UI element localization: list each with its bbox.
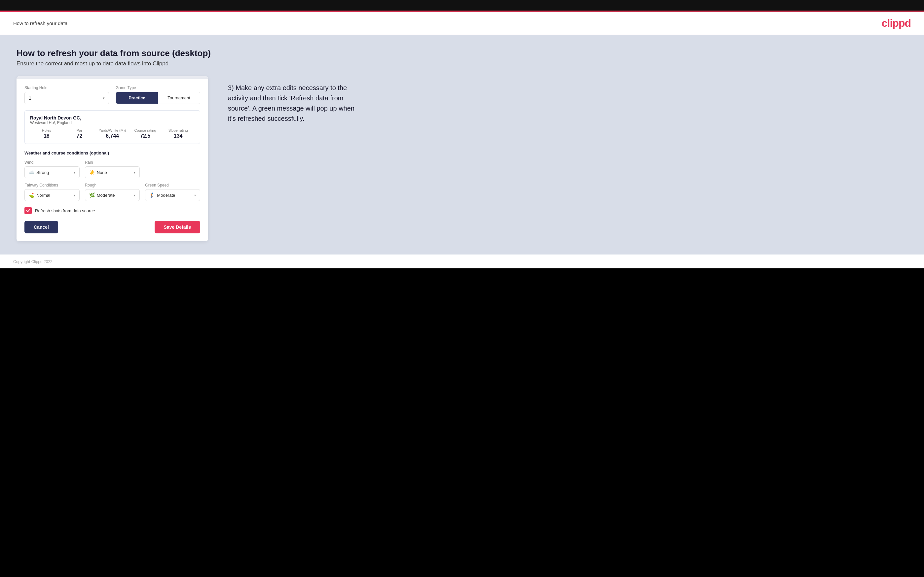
par-value: 72 [76,133,82,139]
fairway-value: Normal [36,193,50,198]
starting-hole-field: Starting Hole 1 ▾ [24,85,109,104]
logo: clippd [882,17,911,29]
practice-button[interactable]: Practice [116,92,158,104]
description-text: 3) Make any extra edits necessary to the… [228,83,360,124]
green-speed-field: Green Speed 🏌 Moderate ▾ [145,183,200,201]
tournament-button[interactable]: Tournament [158,92,200,104]
wind-rain-row: Wind ☁️ Strong ▾ Rain [24,160,200,178]
checkmark-icon [26,209,31,212]
fairway-select[interactable]: ⛳ Normal ▾ [24,189,80,201]
conditions-row2: Fairway Conditions ⛳ Normal ▾ Rough [24,183,200,201]
rough-label: Rough [85,183,140,187]
action-buttons: Cancel Save Details [24,221,200,234]
fairway-icon: ⛳ [29,192,34,198]
holes-label: Holes [30,128,63,132]
fairway-label: Fairway Conditions [24,183,80,187]
conditions-title: Weather and course conditions (optional) [24,150,200,155]
top-fields-row: Starting Hole 1 ▾ Game Type Practice Tou… [24,85,200,104]
yards-stat: Yards/White (M)) 6,744 [96,128,129,139]
page-subheading: Ensure the correct and most up to date d… [16,60,908,67]
chevron-down-icon: ▾ [134,193,136,197]
course-rating-label: Course rating [129,128,162,132]
footer-text: Copyright Clippd 2022 [13,259,53,264]
holes-value: 18 [44,133,50,139]
refresh-checkbox[interactable] [24,207,32,214]
chevron-down-icon: ▾ [134,171,136,174]
wind-value: Strong [36,170,49,175]
slope-rating-stat: Slope rating 134 [162,128,195,139]
wind-label: Wind [24,160,80,165]
cancel-button[interactable]: Cancel [24,221,58,234]
holes-stat: Holes 18 [30,128,63,139]
top-bar [0,0,924,12]
green-speed-select[interactable]: 🏌 Moderate ▾ [145,189,200,201]
course-info: Royal North Devon GC, Westward Ho!, Engl… [24,110,200,144]
course-stats: Holes 18 Par 72 Yards/White (M)) 6,744 [30,128,195,139]
description-panel: 3) Make any extra edits necessary to the… [228,76,360,124]
rain-select[interactable]: ☀️ None ▾ [85,166,140,178]
slope-rating-value: 134 [174,133,183,139]
wind-icon: ☁️ [29,170,34,175]
rain-value: None [97,170,107,175]
yards-value: 6,744 [106,133,119,139]
green-speed-icon: 🏌 [149,192,155,198]
main-content: How to refresh your data from source (de… [0,35,924,255]
save-button[interactable]: Save Details [155,221,200,234]
chevron-down-icon: ▾ [74,171,75,174]
chevron-down-icon: ▾ [103,96,105,100]
chevron-down-icon: ▾ [194,193,196,197]
course-name: Royal North Devon GC, [30,115,195,121]
par-stat: Par 72 [63,128,96,139]
course-rating-stat: Course rating 72.5 [129,128,162,139]
rain-icon: ☀️ [89,170,95,175]
game-type-field: Game Type Practice Tournament [116,85,200,104]
rough-select[interactable]: 🌿 Moderate ▾ [85,189,140,201]
refresh-label: Refresh shots from data source [35,208,95,213]
wind-select[interactable]: ☁️ Strong ▾ [24,166,80,178]
rough-field: Rough 🌿 Moderate ▾ [85,183,140,201]
page-heading: How to refresh your data from source (de… [16,48,908,58]
par-label: Par [63,128,96,132]
fairway-field: Fairway Conditions ⛳ Normal ▾ [24,183,80,201]
starting-hole-label: Starting Hole [24,85,109,90]
card-top-area [16,76,208,79]
rain-label: Rain [85,160,140,165]
green-speed-value: Moderate [157,193,175,198]
header-title: How to refresh your data [13,21,68,26]
edit-card: Starting Hole 1 ▾ Game Type Practice Tou… [16,76,208,241]
rain-field: Rain ☀️ None ▾ [85,160,140,178]
rough-value: Moderate [97,193,115,198]
green-speed-label: Green Speed [145,183,200,187]
starting-hole-select[interactable]: 1 ▾ [24,92,109,104]
course-location: Westward Ho!, England [30,121,195,125]
header: How to refresh your data clippd [0,12,924,35]
game-type-buttons: Practice Tournament [116,92,200,104]
refresh-row: Refresh shots from data source [24,207,200,214]
yards-label: Yards/White (M)) [96,128,129,132]
chevron-down-icon: ▾ [74,193,75,197]
wind-field: Wind ☁️ Strong ▾ [24,160,80,178]
slope-rating-label: Slope rating [162,128,195,132]
course-rating-value: 72.5 [140,133,150,139]
game-type-label: Game Type [116,85,200,90]
rough-icon: 🌿 [89,192,95,198]
content-area: Starting Hole 1 ▾ Game Type Practice Tou… [16,76,908,241]
footer: Copyright Clippd 2022 [0,255,924,268]
